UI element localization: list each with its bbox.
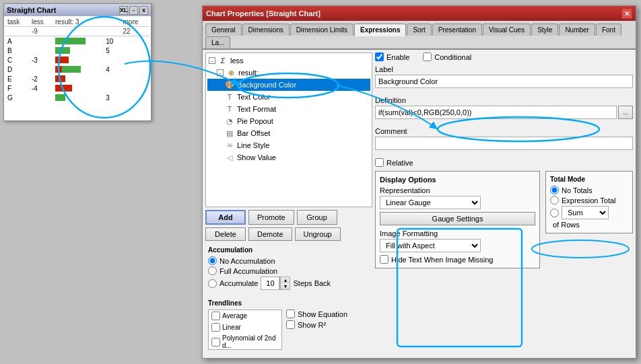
- tree-expand-less[interactable]: -: [209, 57, 215, 64]
- relative-row: Relative: [375, 158, 633, 167]
- sigma-icon: Σ: [218, 56, 228, 65]
- demote-button[interactable]: Demote: [248, 227, 292, 241]
- of-rows-label: of Rows: [550, 221, 628, 229]
- steps-down[interactable]: ▼: [280, 283, 290, 289]
- tab-visual-cues[interactable]: Visual Cues: [483, 24, 531, 36]
- btn-row-1: Add Promote Group: [205, 210, 372, 225]
- add-button[interactable]: Add: [205, 210, 246, 225]
- col-more: more: [121, 17, 149, 27]
- tabs-bar: General Dimensions Dimension Limits Expr…: [203, 21, 636, 50]
- show-r2-checkbox[interactable]: [286, 320, 295, 329]
- average-label: Average: [222, 312, 247, 320]
- definition-expand-btn[interactable]: ...: [618, 106, 633, 119]
- tree-item-pie-popout[interactable]: ◔ Pie Popout: [207, 115, 370, 127]
- ungroup-button[interactable]: Ungroup: [295, 227, 341, 241]
- image-formatting-row: Fill with Aspect: [380, 239, 535, 252]
- tree-item-less[interactable]: - Σ less: [207, 54, 370, 67]
- label-group: Label: [375, 65, 633, 88]
- trendlines-list[interactable]: Average Linear Polynomial of 2nd d...: [208, 310, 282, 350]
- comment-input[interactable]: [375, 137, 633, 150]
- expression-tree[interactable]: - Σ less - ⊕ result: 🎨 Background Color: [205, 52, 372, 207]
- trendlines-title: Trendlines: [208, 299, 370, 307]
- tab-font[interactable]: Font: [596, 24, 621, 36]
- dialog-body: - Σ less - ⊕ result: 🎨 Background Color: [203, 50, 636, 364]
- trendlines-checkboxes: Show Equation Show R²: [286, 310, 347, 350]
- accumulation-title: Accumulation: [208, 246, 370, 254]
- tree-item-line-style[interactable]: ✕ Line Style: [207, 139, 370, 151]
- tree-item-show-value[interactable]: ◁ Show Value: [207, 151, 370, 163]
- list-item-linear[interactable]: Linear: [209, 322, 281, 333]
- tab-expressions[interactable]: Expressions: [354, 24, 406, 36]
- no-accumulation-row: No Accumulation: [208, 256, 370, 265]
- chart-xl-btn[interactable]: XL: [119, 6, 128, 15]
- tab-presentation[interactable]: Presentation: [432, 24, 482, 36]
- delete-button[interactable]: Delete: [205, 227, 246, 241]
- chart-min-btn[interactable]: -: [129, 6, 138, 15]
- full-accumulation-row: Full Accumulation: [208, 266, 370, 275]
- show-r2-label: Show R²: [298, 321, 326, 329]
- full-accumulation-radio[interactable]: [208, 266, 217, 275]
- tree-label-text-color: Text Color: [237, 93, 271, 101]
- tab-la[interactable]: La...: [205, 36, 230, 48]
- chart-titlebar: Straight Chart XL - x: [4, 4, 151, 16]
- relative-checkbox[interactable]: [375, 158, 384, 167]
- label-input[interactable]: [375, 75, 633, 88]
- display-options-title: Display Options: [380, 176, 535, 184]
- tab-dimension-limits[interactable]: Dimension Limits: [290, 24, 353, 36]
- list-item-poly2[interactable]: Polynomial of 2nd d...: [209, 333, 281, 350]
- sum-row: Sum: [550, 206, 628, 219]
- tree-expand-result[interactable]: -: [217, 69, 224, 76]
- conditional-label: Conditional: [434, 53, 471, 61]
- accumulate-radio[interactable]: [208, 279, 217, 288]
- no-totals-label: No Totals: [562, 186, 593, 194]
- list-item-average[interactable]: Average: [209, 310, 281, 322]
- steps-spinner: ▲ ▼: [261, 277, 290, 290]
- dialog-close-btn[interactable]: ✕: [621, 8, 632, 19]
- poly2-checkbox[interactable]: [211, 338, 220, 347]
- show-equation-checkbox[interactable]: [286, 310, 295, 318]
- tab-number[interactable]: Number: [559, 24, 595, 36]
- sum-radio[interactable]: [550, 209, 559, 217]
- representation-select[interactable]: Linear Gauge: [380, 196, 481, 209]
- show-equation-label: Show Equation: [298, 310, 347, 318]
- image-formatting-select[interactable]: Fill with Aspect: [380, 239, 481, 252]
- tab-general[interactable]: General: [205, 24, 242, 36]
- gauge-settings-btn[interactable]: Gauge Settings: [380, 212, 535, 225]
- steps-up[interactable]: ▲: [280, 277, 290, 283]
- tree-item-text-color[interactable]: T Text Color: [207, 91, 370, 103]
- no-totals-radio[interactable]: [550, 186, 559, 194]
- enable-label: Enable: [386, 53, 409, 61]
- tree-item-bg-color[interactable]: 🎨 Background Color: [207, 79, 370, 91]
- tab-sort[interactable]: Sort: [407, 24, 431, 36]
- tree-item-text-format[interactable]: T Text Format: [207, 103, 370, 115]
- definition-title: Definition: [375, 96, 633, 104]
- col-result-bar: [53, 27, 121, 36]
- definition-input[interactable]: [375, 106, 617, 119]
- conditional-checkbox[interactable]: [423, 52, 432, 61]
- table-row: E -2: [5, 74, 149, 83]
- expression-total-radio[interactable]: [550, 196, 559, 205]
- chart-close-btn[interactable]: x: [139, 6, 148, 15]
- accumulate-row: Accumulate ▲ ▼ Steps Back: [208, 277, 370, 290]
- enable-checkbox[interactable]: [375, 52, 384, 61]
- tree-item-bar-offset[interactable]: ▤ Bar Offset: [207, 127, 370, 139]
- representation-label: Representation: [380, 186, 535, 194]
- relative-label: Relative: [386, 159, 413, 167]
- representation-row: Linear Gauge: [380, 196, 535, 209]
- group-button[interactable]: Group: [297, 210, 337, 225]
- steps-input[interactable]: [261, 277, 279, 290]
- tree-item-result[interactable]: - ⊕ result:: [207, 67, 370, 79]
- linear-checkbox[interactable]: [211, 323, 220, 332]
- sum-select[interactable]: Sum: [562, 206, 609, 219]
- hide-text-checkbox[interactable]: [380, 255, 389, 264]
- average-checkbox[interactable]: [211, 312, 220, 320]
- tab-style[interactable]: Style: [531, 24, 558, 36]
- tree-label-less: less: [230, 57, 244, 65]
- col-task-empty: [5, 27, 30, 36]
- col-result: result: 3: [53, 17, 121, 27]
- no-accumulation-radio[interactable]: [208, 256, 217, 265]
- chart-window-controls: XL - x: [119, 6, 148, 15]
- spinner-arrows: ▲ ▼: [279, 277, 290, 290]
- tab-dimensions[interactable]: Dimensions: [242, 24, 290, 36]
- promote-button[interactable]: Promote: [248, 210, 294, 225]
